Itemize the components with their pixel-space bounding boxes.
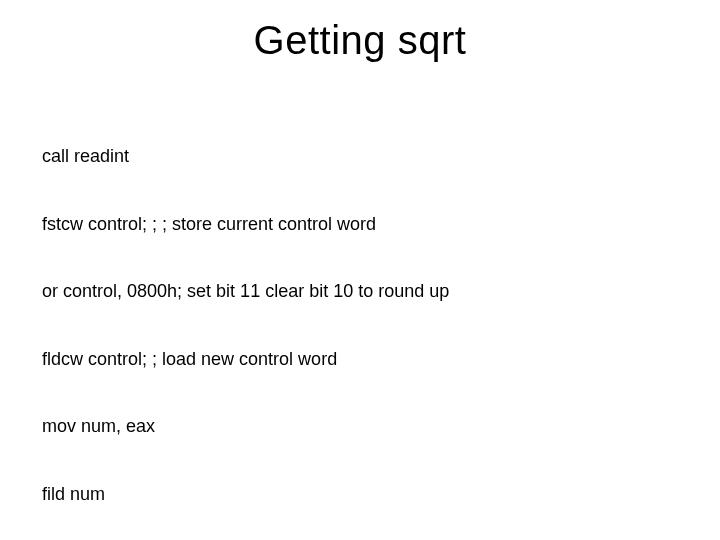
code-line: or control, 0800h; set bit 11 clear bit … (42, 280, 678, 303)
code-block: call readint fstcw control; ; ; store cu… (42, 100, 678, 540)
code-line: fstcw control; ; ; store current control… (42, 213, 678, 236)
slide-title: Getting sqrt (0, 0, 720, 63)
code-line: mov num, eax (42, 415, 678, 438)
code-line: call readint (42, 145, 678, 168)
code-line: fild num (42, 483, 678, 506)
slide: Getting sqrt call readint fstcw control;… (0, 0, 720, 540)
code-line: fldcw control; ; load new control word (42, 348, 678, 371)
